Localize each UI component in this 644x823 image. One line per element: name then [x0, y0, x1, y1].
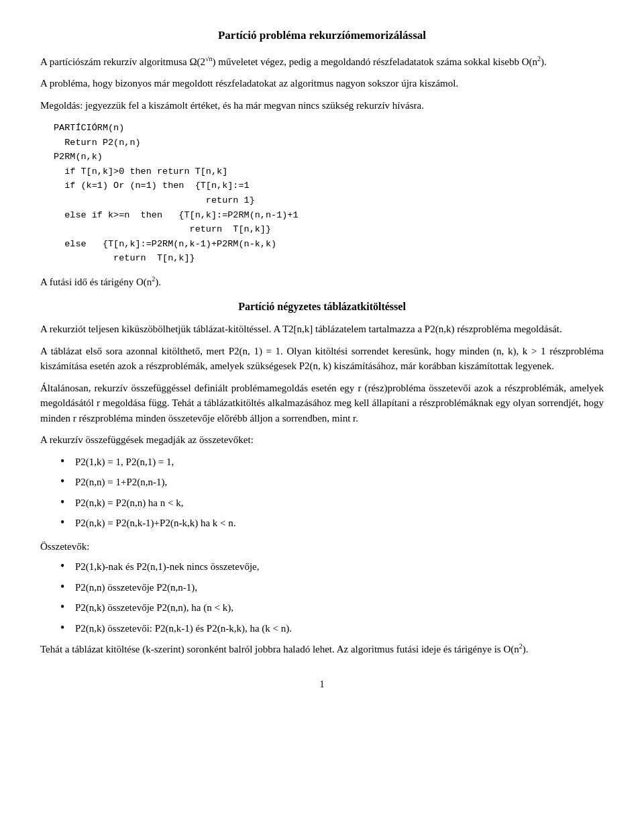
- recursion-elimination: A rekurziót teljesen kiküszöbölhetjük tá…: [40, 322, 604, 337]
- list-item: P2(1,k) = 1, P2(n,1) = 1,: [60, 454, 604, 470]
- bullet-list-subcomponents: P2(1,k)-nak és P2(n,1)-nek nincs összete…: [60, 559, 604, 636]
- list-item: P2(n,n) összetevője P2(n,n-1),: [60, 580, 604, 595]
- code-block: PARTÍCIÓRM(n) Return P2(n,n) P2RM(n,k) i…: [54, 121, 604, 266]
- list-item: P2(n,k) = P2(n,n) ha n < k,: [60, 495, 604, 511]
- section-title: Partíció négyzetes táblázatkitöltéssel: [40, 299, 604, 315]
- list-item: P2(n,k) = P2(n,k-1)+P2(n-k,k) ha k < n.: [60, 516, 604, 531]
- recursive-relations-intro: A rekurzív összefüggések megadják az öss…: [40, 432, 604, 448]
- subcomponents-label: Összetevők:: [40, 539, 604, 554]
- intro-paragraph-2: A probléma, hogy bizonyos már megoldott …: [40, 76, 604, 91]
- conclusion-paragraph: Tehát a táblázat kitöltése (k-szerint) s…: [40, 641, 604, 657]
- list-item: P2(n,k) összetevői: P2(n,k-1) és P2(n-k,…: [60, 621, 604, 636]
- page-title: Partíció probléma rekurzíómemorizálással: [40, 27, 604, 44]
- list-item: P2(1,k)-nak és P2(n,1)-nek nincs összete…: [60, 559, 604, 575]
- first-row-paragraph: A táblázat első sora azonnal kitölthető,…: [40, 344, 604, 374]
- bullet-list-main: P2(1,k) = 1, P2(n,1) = 1,P2(n,n) = 1+P2(…: [60, 454, 604, 531]
- list-item: P2(n,n) = 1+P2(n,n-1),: [60, 475, 604, 490]
- general-paragraph: Általánosan, rekurzív összefüggéssel def…: [40, 381, 604, 426]
- list-item: P2(n,k) összetevője P2(n,n), ha (n < k),: [60, 600, 604, 616]
- intro-paragraph-1: A partíciószám rekurzív algoritmusa Ω(2√…: [40, 54, 604, 70]
- running-time: A futási idő és tárigény O(n2).: [40, 274, 604, 290]
- page-number: 1: [40, 677, 604, 691]
- intro-paragraph-3: Megoldás: jegyezzük fel a kiszámolt érté…: [40, 98, 604, 113]
